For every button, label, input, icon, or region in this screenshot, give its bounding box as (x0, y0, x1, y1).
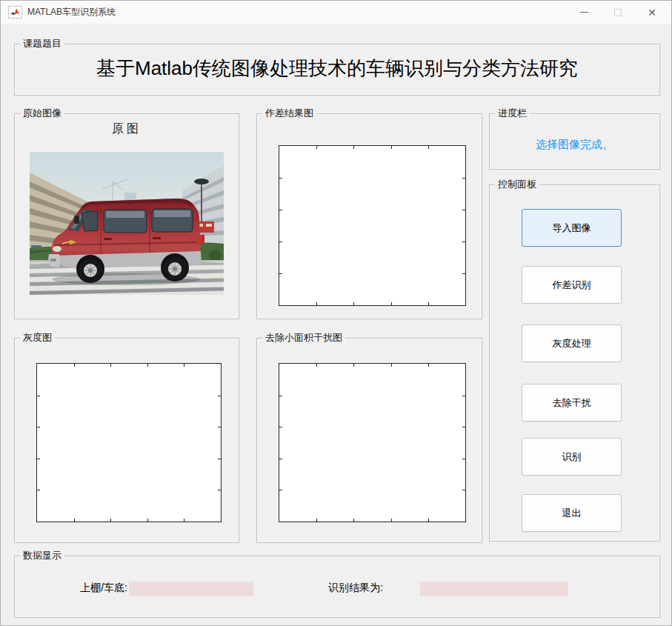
minimize-icon (580, 12, 588, 13)
gray-axes (36, 363, 222, 522)
panel-diff-title: 作差结果图 (262, 107, 316, 119)
progress-status-text: 选择图像完成。 (490, 138, 659, 152)
panel-control-title: 控制面板 (495, 179, 539, 190)
window-controls: ✕ (567, 1, 669, 24)
panel-data-title: 数据显示 (20, 550, 64, 562)
diff-axes (279, 145, 466, 306)
titlebar: MATLAB车型识别系统 ✕ (1, 1, 671, 24)
result-value-field (420, 582, 568, 596)
close-icon: ✕ (648, 7, 656, 18)
panel-control: 控制面板 导入图像 作差识别 灰度处理 去除干扰 识别 退出 (489, 184, 660, 542)
roof-bottom-value-field (129, 582, 253, 596)
recognize-button[interactable]: 识别 (522, 438, 622, 476)
result-label: 识别结果为: (328, 582, 383, 595)
panel-original-image: 原始图像 原图 (14, 113, 239, 319)
matlab-logo-icon (8, 6, 22, 19)
topic-heading: 基于Matlab传统图像处理技术的车辆识别与分类方法研究 (15, 56, 659, 81)
original-photo (30, 152, 224, 295)
denoise-button[interactable]: 去除干扰 (522, 384, 622, 422)
maximize-icon (614, 9, 622, 16)
roof-bottom-label: 上棚/车底: (30, 582, 127, 595)
grayscale-button[interactable]: 灰度处理 (522, 324, 622, 362)
panel-progress: 进度栏 选择图像完成。 (489, 113, 660, 170)
original-axes-title: 原图 (30, 121, 224, 137)
panel-denoise-title: 去除小面积干扰图 (262, 332, 345, 344)
close-button[interactable]: ✕ (635, 1, 669, 24)
exit-button[interactable]: 退出 (522, 494, 622, 532)
app-window: MATLAB车型识别系统 ✕ 课题题目 基于Matlab传统图像处理技术的车辆识… (0, 0, 672, 626)
panel-topic: 课题题目 基于Matlab传统图像处理技术的车辆识别与分类方法研究 (14, 44, 660, 96)
denoise-axes (279, 363, 466, 522)
panel-topic-title: 课题题目 (20, 38, 64, 50)
panel-original-title: 原始图像 (20, 107, 64, 119)
panel-grayscale: 灰度图 (14, 338, 239, 543)
panel-denoise: 去除小面积干扰图 (256, 338, 482, 543)
window-title: MATLAB车型识别系统 (27, 6, 116, 19)
diff-recognize-button[interactable]: 作差识别 (522, 266, 622, 304)
minimize-button[interactable] (567, 1, 601, 24)
panel-data-display: 数据显示 上棚/车底: 识别结果为: (14, 556, 660, 618)
import-image-button[interactable]: 导入图像 (522, 209, 622, 247)
panel-progress-title: 进度栏 (495, 107, 530, 119)
panel-diff-result: 作差结果图 (256, 113, 482, 319)
maximize-button[interactable] (601, 1, 635, 24)
panel-grayscale-title: 灰度图 (20, 332, 55, 344)
